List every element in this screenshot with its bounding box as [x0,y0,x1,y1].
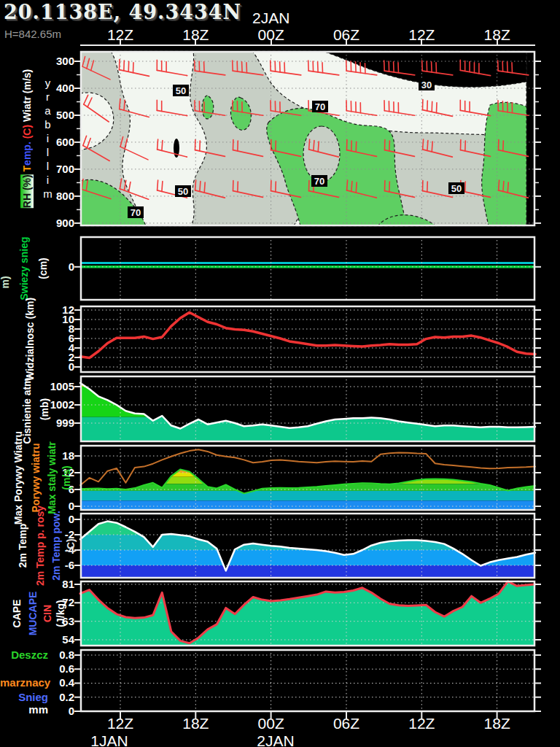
wind-barb-feather [158,180,158,190]
panel-border [81,650,534,711]
wind-barb-feather [432,101,432,112]
axis-label-column: Max staly wiatr [47,441,57,514]
wind-barb-feather [389,141,390,151]
axis-label-segment: Swiezy snieg [18,236,30,300]
axis-label-segment: CIN [42,605,53,622]
wind-barb-feather [242,62,243,72]
contour-label: 50 [176,85,186,96]
y-tick-label: 300 [41,55,74,68]
wind-barb-feather [436,63,437,73]
axis-label-column: RH (%) Temp. (C) Wiatr (m/s) [22,69,32,208]
wind-barb-feather [427,182,428,192]
wind-barb-feather [437,103,438,113]
wind-barb-feather [422,61,423,71]
wind-barb-feather [133,63,134,73]
bottom-tick-label: 18Z [484,715,510,732]
panel-visibility: 121086420Widzialnosc (km) [0,306,560,373]
meteogram-screen: 20.1138E, 49.3434N H=842.65m 2JAN 12Z18Z… [0,0,560,747]
top-tick-label: 18Z [182,26,209,44]
axis-label-segment: (C) [21,125,33,139]
value-band [80,491,535,500]
panel-precip: 0.80.60.40.20DeszczmarznacySniegmm [0,649,560,712]
bottom-tick-label: 18Z [182,715,209,732]
axis-label-column: m) [0,276,10,289]
wind-barb-feather [318,62,319,72]
top-tick-label: 12Z [107,26,133,44]
wind-area-bands [80,436,535,511]
variable-label: Deszcz [0,649,48,662]
wind-barb-feather [351,141,352,151]
wind-barb-feather [465,141,466,151]
contour-label: 70 [314,176,324,187]
wind-barb-feather [322,63,323,73]
bottom-tick-label: 12Z [107,715,133,732]
wind-barb-feather [128,61,129,71]
axis-label-segment: 2m Temp pow. [50,511,62,581]
wind-barb-feather [351,182,352,192]
wind-barb-feather [158,139,158,150]
axis-label-segment: Wiatr (m/s) [21,69,33,122]
wind-barb-feather [276,141,276,151]
station-elevation: H=842.65m [4,28,61,40]
wind-barb-feather [204,62,205,72]
axis-label-segment: (mb) [39,398,50,419]
axis-label-column: 2m Temp p. rosy [35,506,45,586]
wind-barb-feather [195,180,196,190]
wind-barb-feather [246,63,247,73]
wind-barb-feather [238,182,238,192]
wind-barb-feather [365,63,366,74]
temp2m-area-bands [80,504,535,589]
axis-label-column: Swiezy snieg [19,236,29,300]
axis-label-segment: m) [0,276,11,289]
contour-label: 50 [451,183,462,194]
axis-label-segment: MUCAPE [27,592,39,636]
top-tick-label: 06Z [333,26,359,44]
panel-snow: 0m)Swiezy snieg(cm) [0,236,560,301]
axis-label-column: Max Porywy Wiatru [13,431,23,525]
wind-barb-feather [512,63,513,73]
wind-barb-feather [465,182,466,192]
contour-label: 30 [421,80,432,90]
axis-label-segment: 2m Temp p. rosy [34,506,46,586]
wind-barb-feather [360,63,361,73]
axis-label-column: MUCAPE [28,592,38,636]
axis-label-segment: Porywy wiatru [30,444,42,513]
wind-barb-feather [200,141,201,151]
wind-barb-feather [162,182,163,192]
wind-barb-feather [423,139,424,150]
wind-barb-feather [276,182,276,192]
panel-cape: 81726354CAPEMUCAPECIN(J/kg) [0,581,560,646]
series-wind-gusts [80,449,535,485]
axis-label-column: Widzialnosc (km) [25,298,35,381]
wind-barb-feather [356,182,357,193]
axis-label-segment: CAPE [11,600,23,628]
wind-barb-feather [499,180,499,190]
axis-label-segment: emp. [21,142,33,166]
axis-label-segment: Max Porywy Wiatru [12,431,24,525]
bottom-tick-label: 00Z [258,715,284,732]
wind-barb-feather [503,141,504,151]
panel-border [81,306,534,372]
bottom-date-label: 1JAN [90,732,128,747]
axis-label-segment [21,139,33,142]
value-band [80,477,535,484]
wind-barb-feather [356,142,357,152]
wind-barb-feather [356,62,357,72]
wind-barb-feather [384,61,385,71]
panel-plot-rh: 50707050703050 [80,51,535,226]
contour-label: 70 [131,207,141,218]
wind-barb-feather [347,180,348,190]
axis-label-column: (C) [66,538,76,552]
bottom-date-label: 2JAN [257,732,294,747]
axis-label-column: 2m Temp pow. [51,511,61,581]
axis-label-segment: T [21,166,33,172]
axis-label-segment [21,171,33,174]
axis-label-segment [21,122,33,125]
axis-label-column: 2m Temp [18,524,28,568]
bottom-tick-label: 06Z [333,715,359,732]
wind-barb-feather [233,61,233,71]
axis-label-segment: (J/kg) [55,600,66,627]
wind-barb-feather [508,62,508,72]
wind-barb-feather [432,62,432,72]
axis-label-segment: (C) [65,538,77,552]
